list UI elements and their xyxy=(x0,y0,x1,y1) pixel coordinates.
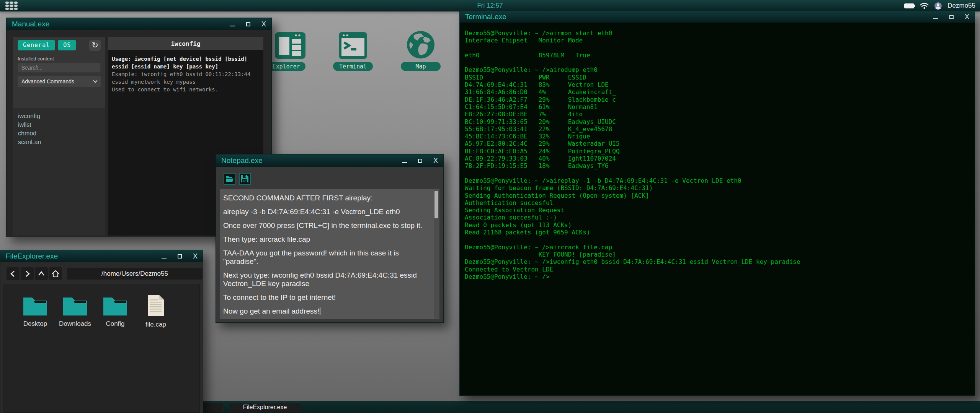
battery-icon xyxy=(904,3,914,8)
manual-note-text: Used to connect to wifi networks. xyxy=(112,86,260,93)
manual-usage-text: Usage: iwconfig [net device] bssid [bssi… xyxy=(112,55,260,70)
terminal-titlebar[interactable]: Terminal.exe X xyxy=(460,11,975,23)
desktop-icon-terminal[interactable]: Terminal xyxy=(333,32,373,71)
maximize-button[interactable] xyxy=(418,159,422,163)
notepad-paragraph: aireplay -3 -b D4:7A:69:E4:4C:31 -e Vect… xyxy=(223,208,430,216)
manual-example-text: Example: iwconfig eth0 bssid 00:11:22:33… xyxy=(112,70,260,86)
save-file-button[interactable] xyxy=(239,173,251,185)
maximize-button[interactable] xyxy=(178,254,182,259)
notepad-paragraph: Then type: aircrack file.cap xyxy=(223,235,430,244)
file-document-icon xyxy=(147,295,164,316)
user-avatar[interactable] xyxy=(934,2,942,10)
manual-titlebar[interactable]: Manual.exe X xyxy=(7,18,271,30)
username: Dezmo55 xyxy=(947,2,975,10)
manual-sidebar: General OS ↻ Installed content Advanced … xyxy=(13,37,105,236)
close-button[interactable]: X xyxy=(193,253,198,260)
minimize-button[interactable] xyxy=(402,162,407,163)
save-floppy-icon xyxy=(241,175,248,182)
tab-os[interactable]: OS xyxy=(58,40,76,50)
terminal-icon-label: Terminal xyxy=(333,62,373,71)
dropdown-value: Advanced Commands xyxy=(21,78,74,85)
notepad-paragraph: SECOND COMMAND AFTER FIRST aireplay: xyxy=(223,194,430,202)
folder-config[interactable]: Config xyxy=(97,296,134,328)
folder-icon xyxy=(23,296,47,315)
terminal-icon xyxy=(339,32,367,59)
home-button[interactable] xyxy=(49,267,62,280)
commands-dropdown[interactable]: Advanced Commands xyxy=(18,76,101,87)
forward-button[interactable] xyxy=(21,267,34,280)
open-folder-icon xyxy=(225,176,234,182)
folder-icon xyxy=(103,296,127,315)
command-list: iwconfig iwlist chmod scanLan xyxy=(13,108,105,236)
terminal-output-area[interactable]: Dezmo55@Ponyville: ~ />airmon start eth0… xyxy=(460,23,975,395)
notepad-paragraph-last: Now go get an email address! xyxy=(223,307,430,315)
tab-general[interactable]: General xyxy=(18,40,55,50)
text-cursor xyxy=(320,307,320,315)
notepad-window-title: Notepad.exe xyxy=(221,156,263,165)
close-button[interactable]: X xyxy=(433,157,438,164)
scrollbar-thumb[interactable] xyxy=(434,191,438,218)
command-item-scanlan[interactable]: scanLan xyxy=(18,138,105,147)
minimize-button[interactable] xyxy=(230,26,235,26)
close-button[interactable]: X xyxy=(965,13,969,20)
file-explorer-content: Desktop Downloads Config xyxy=(3,285,200,413)
file-explorer-icon xyxy=(275,32,305,59)
folder-icon xyxy=(63,296,87,315)
folder-label: Desktop xyxy=(23,320,47,328)
notepad-paragraph: TAA-DAA you got the password! which in t… xyxy=(223,249,430,266)
file-filecap[interactable]: file.cap xyxy=(137,296,174,328)
terminal-window: Terminal.exe X Dezmo55@Ponyville: ~ />ai… xyxy=(459,11,975,396)
maximize-button[interactable] xyxy=(949,15,954,19)
notepad-paragraph: Once over 7000 press [CTRL+C] in the ter… xyxy=(223,221,430,230)
command-item-chmod[interactable]: chmod xyxy=(18,129,105,138)
map-icon-label: Map xyxy=(401,62,441,71)
file-label: file.cap xyxy=(145,321,166,328)
up-button[interactable] xyxy=(35,267,48,280)
minimize-button[interactable] xyxy=(933,18,938,19)
refresh-button[interactable]: ↻ xyxy=(89,40,101,51)
forward-arrow-icon xyxy=(23,270,31,278)
terminal-window-title: Terminal.exe xyxy=(465,13,506,21)
folder-label: Downloads xyxy=(59,320,91,328)
installed-content-label: Installed content xyxy=(18,56,101,62)
notepad-paragraph: To connect to the IP to get internet! xyxy=(223,293,430,302)
taskbar-button-fileexplorer[interactable]: FileExplorer.exe xyxy=(229,402,301,412)
file-explorer-window: FileExplorer.exe X xyxy=(0,250,203,413)
chevron-down-icon xyxy=(93,78,97,83)
home-icon xyxy=(51,270,60,278)
manual-detail-title: iwconfig xyxy=(108,37,263,50)
search-input[interactable] xyxy=(18,63,101,73)
back-button[interactable] xyxy=(7,267,20,280)
path-bar[interactable]: /home/Users/Dezmo55 xyxy=(67,268,203,280)
clock: Fri 12:57 xyxy=(0,0,980,11)
notepad-titlebar[interactable]: Notepad.exe X xyxy=(216,154,443,167)
notepad-window: Notepad.exe X SECOND COMMAND AFTER xyxy=(216,154,444,323)
folder-label: Config xyxy=(106,320,124,328)
map-globe-icon xyxy=(406,31,435,59)
notepad-paragraph: Next you type: iwconfig eth0 bssid D4:7A… xyxy=(223,271,430,288)
file-explorer-window-title: FileExplorer.exe xyxy=(6,252,58,260)
manual-window-title: Manual.exe xyxy=(12,20,49,28)
terminal-output-text: Dezmo55@Ponyville: ~ />airmon start eth0… xyxy=(465,29,971,280)
wifi-icon xyxy=(920,3,929,9)
open-file-button[interactable] xyxy=(224,173,235,185)
notepad-text-area[interactable]: SECOND COMMAND AFTER FIRST aireplay: air… xyxy=(220,189,439,319)
minimize-button[interactable] xyxy=(162,258,167,259)
folder-downloads[interactable]: Downloads xyxy=(57,296,93,328)
top-bar: Fri 12:57 Dezmo55 xyxy=(0,0,980,11)
back-arrow-icon xyxy=(9,270,17,278)
up-arrow-icon xyxy=(38,270,45,278)
notepad-scrollbar[interactable] xyxy=(434,190,439,319)
close-button[interactable]: X xyxy=(261,21,266,28)
folder-desktop[interactable]: Desktop xyxy=(17,296,54,328)
command-item-iwlist[interactable]: iwlist xyxy=(18,121,105,130)
file-explorer-titlebar[interactable]: FileExplorer.exe X xyxy=(0,250,203,262)
system-tray: Dezmo55 xyxy=(904,0,975,11)
maximize-button[interactable] xyxy=(246,22,250,26)
desktop-icon-map[interactable]: Map xyxy=(400,31,441,71)
command-item-iwconfig[interactable]: iwconfig xyxy=(18,112,105,121)
